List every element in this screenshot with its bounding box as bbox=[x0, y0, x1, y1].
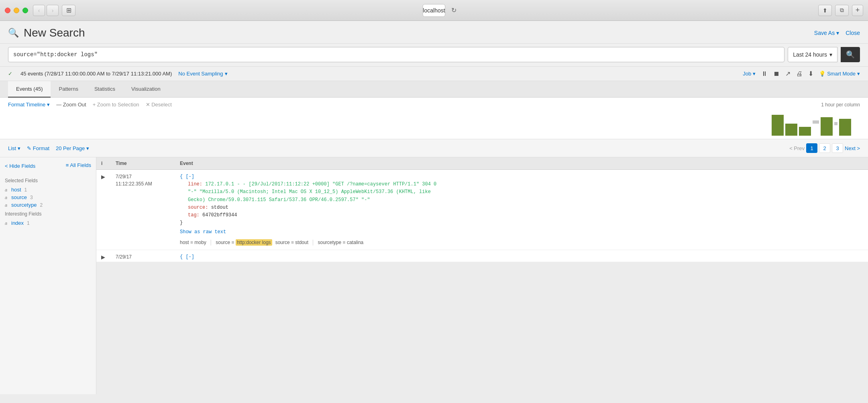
zoom-to-selection-button[interactable]: + Zoom to Selection bbox=[93, 102, 139, 108]
event-content: { [-] line: 172.17.0.1 - - [29/Jul/2017:… bbox=[180, 173, 863, 246]
list-button[interactable]: List ▾ bbox=[8, 145, 20, 151]
page-2-button[interactable]: 2 bbox=[819, 143, 830, 153]
row-expand-button[interactable]: ▶ bbox=[101, 173, 116, 180]
hide-fields-button[interactable]: < Hide Fields bbox=[5, 163, 35, 169]
search-input-container bbox=[8, 47, 784, 62]
send-icon[interactable]: ↗ bbox=[785, 70, 791, 77]
field-type-index: a bbox=[5, 221, 9, 226]
deselect-button[interactable]: ✕ Deselect bbox=[146, 102, 172, 108]
field-name-source: source bbox=[11, 194, 27, 200]
svg-rect-3 bbox=[813, 120, 819, 124]
field-count-sourcetype: 2 bbox=[40, 202, 43, 208]
hour-per-column-label: 1 hour per column bbox=[821, 102, 860, 108]
bulb-icon: 💡 bbox=[819, 71, 825, 77]
table-row: ▶ 7/29/17 { [-] bbox=[96, 250, 868, 262]
field-count-index: 1 bbox=[27, 220, 30, 226]
highlighted-source: http:docker logs bbox=[236, 239, 272, 246]
tab-visualization[interactable]: Visualization bbox=[123, 81, 169, 98]
col-header-time: Time bbox=[116, 161, 180, 166]
search-input[interactable] bbox=[13, 51, 779, 58]
pause-icon[interactable]: ⏸ bbox=[761, 70, 768, 77]
share-button[interactable]: ⬆ bbox=[818, 5, 832, 16]
back-button[interactable]: ‹ bbox=[33, 5, 45, 16]
fullscreen-button[interactable]: ⧉ bbox=[835, 5, 849, 16]
events-actions: Job ▾ ⏸ ⏹ ↗ 🖨 ⬇ 💡 Smart Mode ▾ bbox=[743, 70, 860, 77]
per-page-button[interactable]: 20 Per Page ▾ bbox=[56, 145, 89, 151]
events-count-text: 45 events (7/28/17 11:00:00.000 AM to 7/… bbox=[20, 71, 172, 77]
next-page-button[interactable]: Next > bbox=[845, 145, 860, 151]
tab-patterns[interactable]: Patterns bbox=[51, 81, 86, 98]
page-3-button[interactable]: 3 bbox=[832, 143, 843, 153]
field-host[interactable]: a host 1 bbox=[5, 187, 91, 193]
print-icon[interactable]: 🖨 bbox=[796, 70, 803, 77]
tab-events[interactable]: Events (45) bbox=[8, 81, 51, 98]
col-header-info: i bbox=[101, 161, 116, 166]
search-icon: 🔍 bbox=[846, 50, 855, 59]
search-header: 🔍 New Search Save As ▾ Close bbox=[0, 21, 868, 44]
search-bar-row: Last 24 hours ▾ 🔍 bbox=[0, 44, 868, 67]
page-1-button[interactable]: 1 bbox=[806, 143, 817, 153]
check-icon: ✓ bbox=[8, 71, 12, 77]
title-bar: ‹ › ⊞ localhost ↻ ⬆ ⧉ + bbox=[0, 0, 868, 21]
job-button[interactable]: Job ▾ bbox=[743, 71, 756, 77]
field-name-sourcetype: sourcetype bbox=[11, 202, 37, 208]
new-tab-button[interactable]: + bbox=[852, 5, 863, 16]
chevron-down-icon: ▾ bbox=[857, 71, 860, 77]
chevron-down-icon: ▾ bbox=[18, 145, 20, 151]
tab-statistics[interactable]: Statistics bbox=[86, 81, 123, 98]
address-bar[interactable]: localhost ↻ bbox=[422, 4, 445, 17]
pagination: < Prev 1 2 3 Next > bbox=[789, 143, 860, 153]
main-layout: < Hide Fields ≡ All Fields Selected Fiel… bbox=[0, 157, 868, 394]
chevron-down-icon: ▾ bbox=[836, 30, 839, 36]
event-time: 7/29/17 bbox=[116, 253, 180, 261]
search-button[interactable]: 🔍 bbox=[841, 47, 860, 62]
svg-rect-2 bbox=[799, 127, 811, 136]
selected-fields-title: Selected Fields bbox=[5, 178, 91, 183]
timeline-chart bbox=[772, 111, 860, 136]
svg-rect-0 bbox=[772, 115, 784, 136]
download-icon[interactable]: ⬇ bbox=[808, 70, 813, 77]
search-title-icon: 🔍 bbox=[8, 28, 19, 38]
results-toolbar: List ▾ ✎ Format 20 Per Page ▾ < Prev 1 2… bbox=[0, 139, 868, 157]
sidebar: < Hide Fields ≡ All Fields Selected Fiel… bbox=[0, 157, 96, 394]
show-raw-text-link[interactable]: Show as raw text bbox=[180, 228, 863, 236]
field-type-host: a bbox=[5, 187, 9, 192]
events-bar: ✓ 45 events (7/28/17 11:00:00.000 AM to … bbox=[0, 67, 868, 81]
save-as-button[interactable]: Save As ▾ bbox=[814, 30, 839, 36]
stop-icon[interactable]: ⏹ bbox=[773, 70, 780, 77]
event-time: 7/29/17 11:12:22.355 AM bbox=[116, 173, 180, 187]
refresh-button[interactable]: ↻ bbox=[451, 6, 456, 14]
event-content: { [-] bbox=[180, 253, 863, 261]
time-range-select[interactable]: Last 24 hours ▾ bbox=[788, 47, 837, 62]
zoom-out-button[interactable]: — Zoom Out bbox=[56, 102, 86, 108]
close-window-button[interactable] bbox=[5, 8, 10, 13]
close-button[interactable]: Close bbox=[846, 30, 860, 36]
event-expand-link[interactable]: { [-] bbox=[180, 174, 194, 179]
svg-rect-1 bbox=[785, 124, 797, 136]
chart-area bbox=[8, 111, 860, 139]
sidebar-toggle-button[interactable]: ⊞ bbox=[62, 5, 75, 16]
row-expand-button[interactable]: ▶ bbox=[101, 253, 116, 260]
format-timeline-button[interactable]: Format Timeline ▾ bbox=[8, 102, 50, 108]
sampling-button[interactable]: No Event Sampling ▾ bbox=[178, 71, 227, 77]
field-source[interactable]: a source 3 bbox=[5, 194, 91, 200]
chevron-down-icon: ▾ bbox=[753, 71, 756, 77]
minimize-window-button[interactable] bbox=[14, 8, 19, 13]
traffic-lights bbox=[5, 8, 28, 13]
field-type-source: a bbox=[5, 195, 9, 200]
field-index[interactable]: a index 1 bbox=[5, 220, 91, 226]
field-sourcetype[interactable]: a sourcetype 2 bbox=[5, 202, 91, 208]
field-name-host: host bbox=[11, 187, 21, 193]
svg-rect-5 bbox=[834, 122, 837, 125]
maximize-window-button[interactable] bbox=[22, 8, 28, 13]
smart-mode-button[interactable]: 💡 Smart Mode ▾ bbox=[819, 71, 860, 77]
forward-button[interactable]: › bbox=[47, 5, 59, 16]
field-name-index: index bbox=[11, 220, 24, 226]
all-fields-button[interactable]: ≡ All Fields bbox=[66, 162, 91, 168]
chevron-down-icon: ▾ bbox=[86, 145, 89, 151]
svg-rect-4 bbox=[821, 117, 833, 136]
timeline-section: Format Timeline ▾ — Zoom Out + Zoom to S… bbox=[0, 98, 868, 139]
prev-page-button[interactable]: < Prev bbox=[789, 145, 805, 151]
event-meta: host = moby │ source = http:docker logs … bbox=[180, 239, 863, 246]
format-button[interactable]: ✎ Format bbox=[27, 145, 49, 151]
